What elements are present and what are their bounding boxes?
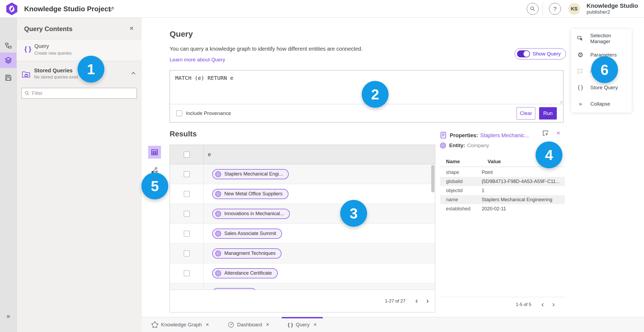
filter-field[interactable] — [21, 88, 137, 99]
table-row[interactable]: Attendance Certificate — [170, 263, 435, 283]
entity-type-dot-icon — [440, 143, 446, 148]
panel-close-icon[interactable]: ✕ — [129, 25, 134, 32]
property-row: globalid {5D9B4713-F98D-4A53-A59F-C11... — [440, 177, 565, 186]
learn-more-link[interactable]: Learn more about Query — [170, 57, 225, 63]
edit-title-icon[interactable] — [108, 6, 115, 12]
query-section-description: You can query a knowledge graph to ident… — [170, 46, 363, 52]
property-row: name Staplers Mechanical Engineering — [440, 195, 565, 204]
annotation-circle-6: 6 — [591, 56, 618, 83]
entity-dot-icon — [215, 270, 221, 276]
properties-next-page-button[interactable] — [548, 299, 559, 310]
annotation-circle-1: 1 — [78, 56, 104, 83]
row-checkbox[interactable] — [184, 270, 190, 276]
entity-dot-icon — [215, 191, 221, 197]
entity-type-value: Company — [467, 143, 489, 148]
stored-queries-label[interactable]: Stored Queries — [34, 68, 72, 74]
table-icon — [151, 149, 158, 156]
run-button[interactable]: Run — [539, 107, 557, 120]
query-section-title: Query — [170, 29, 193, 39]
table-row[interactable]: Staplers Mechanical Engi... — [170, 164, 435, 184]
properties-entity-link[interactable]: Staplers Mechanic... — [480, 132, 529, 139]
entity-pill[interactable]: Sales Associate Summit — [212, 229, 282, 239]
gear-icon: ⚙ — [577, 51, 584, 59]
tab-knowledge-graph[interactable]: Knowledge Graph ✕ — [145, 317, 215, 332]
save-button[interactable] — [0, 71, 17, 84]
help-button[interactable]: ? — [549, 3, 561, 15]
entity-pill[interactable]: Attendance Certificate — [212, 268, 278, 278]
tab-query[interactable]: { } Query ✕ — [282, 317, 323, 332]
table-row[interactable]: New Metal Office Suppliers — [170, 184, 435, 204]
row-checkbox[interactable] — [184, 251, 190, 256]
layers-button[interactable] — [0, 53, 17, 68]
entity-pill[interactable]: Firebird Title — [212, 288, 257, 290]
app-header: Knowledge Studio Project ? KS Knowledge … — [0, 0, 644, 18]
user-role: publisher2 — [587, 9, 638, 15]
user-block[interactable]: Knowledge Studio publisher2 — [587, 2, 638, 15]
include-provenance-checkbox[interactable] — [176, 110, 182, 116]
chevron-right-icon — [425, 299, 430, 303]
tab-label: Dashboard — [237, 322, 262, 328]
entity-pill[interactable]: Staplers Mechanical Engi... — [212, 169, 289, 179]
sidebar-item-query[interactable]: { } Query Create new queries — [17, 39, 142, 61]
tab-label: Knowledge Graph — [161, 322, 202, 328]
row-checkbox[interactable] — [184, 191, 190, 197]
braces-icon: { } — [24, 45, 31, 53]
annotation-circle-3: 3 — [340, 200, 367, 227]
row-checkbox[interactable] — [184, 231, 190, 237]
property-name: globalid — [440, 179, 482, 184]
results-next-page-button[interactable] — [422, 296, 433, 307]
properties-close-icon[interactable]: ✕ — [556, 130, 561, 136]
select-all-checkbox[interactable] — [184, 152, 190, 158]
include-provenance-label: Include Provenance — [186, 110, 231, 116]
table-row[interactable]: Firebird Title — [170, 283, 435, 290]
tab-close-icon[interactable]: ✕ — [266, 322, 269, 327]
table-row[interactable]: Innovations in Mechanical... — [170, 204, 435, 224]
results-table-header: e — [170, 145, 435, 164]
toggle-switch[interactable] — [517, 50, 530, 57]
properties-prev-page-button[interactable] — [537, 299, 548, 310]
row-checkbox[interactable] — [184, 211, 190, 217]
tab-close-icon[interactable]: ✕ — [313, 322, 317, 327]
property-value: Point — [482, 170, 565, 175]
menu-item-label: Store Query — [590, 85, 618, 91]
page-title: Knowledge Studio Project — [24, 5, 111, 13]
row-checkbox[interactable] — [184, 171, 190, 177]
data-model-button[interactable] — [0, 39, 17, 52]
app-logo-icon[interactable] — [6, 2, 18, 15]
stored-queries-folder-icon — [21, 70, 31, 79]
annotation-circle-4: 4 — [536, 141, 562, 168]
results-prev-page-button[interactable] — [411, 296, 422, 307]
property-row: shape Point — [440, 168, 565, 177]
tab-label: Query — [296, 322, 310, 328]
table-row[interactable]: Managment Techniques — [170, 244, 435, 263]
menu-item-selection-manager[interactable]: Selection Manager — [571, 30, 632, 47]
chevron-left-icon — [541, 303, 545, 307]
menu-item-collapse[interactable]: » Collapse — [571, 96, 632, 112]
annotation-circle-5: 5 — [141, 173, 168, 199]
tab-close-icon[interactable]: ✕ — [206, 322, 209, 327]
search-button[interactable] — [527, 3, 539, 15]
column-header-e[interactable]: e — [204, 145, 435, 164]
dashboard-icon — [228, 321, 235, 328]
entity-pill[interactable]: Innovations in Mechanical... — [212, 209, 290, 219]
bottom-tab-bar: Knowledge Graph ✕ Dashboard ✕ { } Query … — [142, 317, 644, 332]
expand-rail-button[interactable]: » — [0, 310, 17, 322]
avatar[interactable]: KS — [568, 3, 580, 15]
clear-button[interactable]: Clear — [517, 107, 535, 120]
property-value: 2020-02-11 — [482, 206, 565, 212]
chevron-left-icon — [415, 299, 419, 303]
property-row: objectid 1 — [440, 186, 565, 195]
table-row[interactable]: Sales Associate Summit — [170, 224, 435, 244]
properties-col-name: Name — [446, 159, 460, 165]
collapse-section-icon[interactable] — [130, 71, 136, 77]
chevron-right-icon — [551, 303, 555, 307]
entity-pill[interactable]: Managment Techniques — [212, 248, 281, 259]
filter-input[interactable] — [32, 91, 134, 96]
show-query-toggle[interactable]: Show Query — [515, 48, 566, 59]
tab-dashboard[interactable]: Dashboard ✕ — [222, 317, 275, 332]
user-name: Knowledge Studio — [587, 2, 638, 9]
table-view-button[interactable] — [148, 146, 161, 159]
entity-pill[interactable]: New Metal Office Suppliers — [212, 189, 288, 199]
add-to-selection-icon[interactable] — [542, 130, 549, 138]
results-scrollbar[interactable] — [431, 165, 434, 192]
